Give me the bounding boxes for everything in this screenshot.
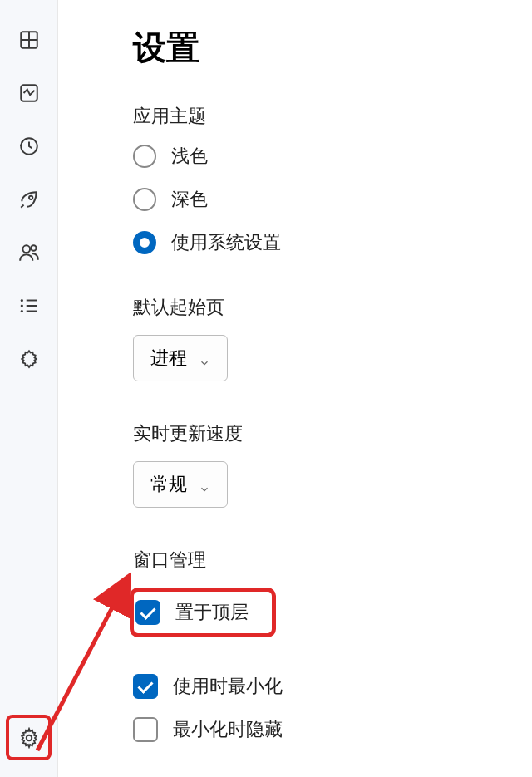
svg-point-6 xyxy=(22,245,30,253)
checkbox-checked-icon xyxy=(135,600,160,625)
theme-label-light: 浅色 xyxy=(171,144,208,169)
details-icon[interactable] xyxy=(18,295,40,317)
theme-section-label: 应用主题 xyxy=(133,104,507,129)
svg-point-10 xyxy=(20,310,22,312)
chevron-down-icon xyxy=(199,479,210,490)
chevron-down-icon xyxy=(199,352,210,364)
start-page-dropdown[interactable]: 进程 xyxy=(133,335,228,381)
svg-point-9 xyxy=(20,304,22,307)
checkbox-unchecked-icon xyxy=(133,717,158,742)
update-speed-dropdown[interactable]: 常规 xyxy=(133,461,228,508)
theme-label-system: 使用系统设置 xyxy=(171,230,281,255)
minimize-on-use-label: 使用时最小化 xyxy=(173,674,283,699)
performance-icon[interactable] xyxy=(18,82,40,104)
start-page-section-label: 默认起始页 xyxy=(133,295,507,320)
sidebar xyxy=(0,0,58,777)
theme-radio-group: 浅色 深色 使用系统设置 xyxy=(133,144,507,255)
theme-radio-system[interactable]: 使用系统设置 xyxy=(133,230,507,255)
theme-radio-light[interactable]: 浅色 xyxy=(133,144,507,169)
svg-point-5 xyxy=(29,196,32,199)
on-top-checkbox[interactable]: 置于顶层 xyxy=(135,600,249,625)
hide-minimized-label: 最小化时隐藏 xyxy=(173,717,283,742)
on-top-highlight: 置于顶层 xyxy=(130,588,276,637)
window-mgmt-group: 置于顶层 使用时最小化 最小化时隐藏 xyxy=(133,588,507,742)
history-icon[interactable] xyxy=(18,135,40,157)
radio-circle-icon xyxy=(133,145,156,168)
hide-minimized-checkbox[interactable]: 最小化时隐藏 xyxy=(133,717,507,742)
update-speed-section-label: 实时更新速度 xyxy=(133,421,507,446)
services-icon[interactable] xyxy=(18,348,40,370)
page-title: 设置 xyxy=(133,25,507,71)
on-top-label: 置于顶层 xyxy=(175,600,249,625)
users-icon[interactable] xyxy=(18,242,40,263)
window-mgmt-section-label: 窗口管理 xyxy=(133,548,507,573)
start-page-value: 进程 xyxy=(150,346,187,371)
radio-circle-selected-icon xyxy=(133,231,156,254)
settings-icon[interactable] xyxy=(18,727,40,749)
svg-point-8 xyxy=(20,299,22,302)
radio-circle-icon xyxy=(133,188,156,211)
minimize-on-use-checkbox[interactable]: 使用时最小化 xyxy=(133,674,507,699)
theme-label-dark: 深色 xyxy=(171,187,208,212)
settings-panel: 设置 应用主题 浅色 深色 使用系统设置 默认起始页 进程 实时更新速度 常规 … xyxy=(58,0,532,777)
startup-icon[interactable] xyxy=(18,189,40,210)
settings-highlight xyxy=(6,715,52,760)
processes-icon[interactable] xyxy=(18,29,40,51)
svg-point-7 xyxy=(31,245,36,251)
update-speed-value: 常规 xyxy=(150,472,187,497)
checkbox-checked-icon xyxy=(133,674,158,699)
svg-point-14 xyxy=(26,735,32,740)
theme-radio-dark[interactable]: 深色 xyxy=(133,187,507,212)
